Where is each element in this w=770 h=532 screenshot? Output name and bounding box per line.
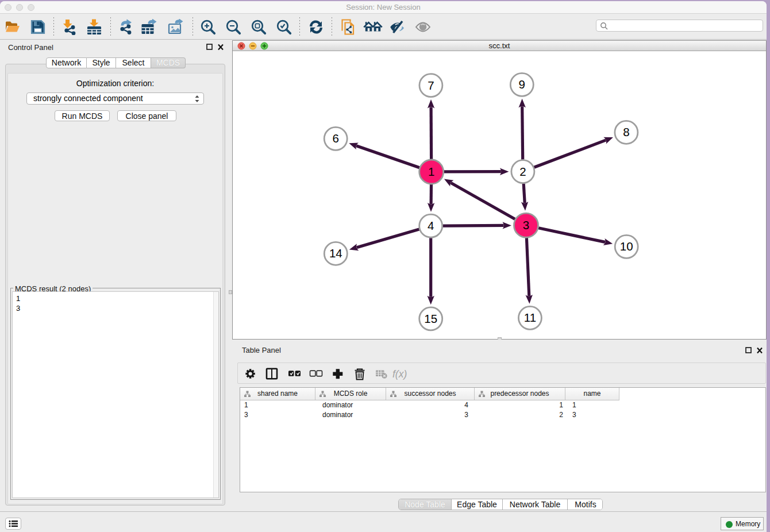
svg-text:2: 2 — [519, 165, 526, 178]
svg-text:7: 7 — [428, 79, 434, 92]
svg-text:1: 1 — [428, 165, 434, 178]
svg-text:9: 9 — [519, 78, 525, 91]
svg-text:6: 6 — [332, 132, 338, 145]
svg-text:4: 4 — [428, 219, 434, 232]
svg-text:15: 15 — [424, 312, 437, 325]
svg-text:11: 11 — [524, 311, 536, 324]
svg-text:14: 14 — [329, 246, 342, 260]
svg-text:3: 3 — [523, 218, 529, 232]
svg-text:f(x): f(x) — [392, 368, 407, 380]
svg-text:10: 10 — [620, 240, 633, 253]
svg-text:8: 8 — [623, 125, 629, 138]
